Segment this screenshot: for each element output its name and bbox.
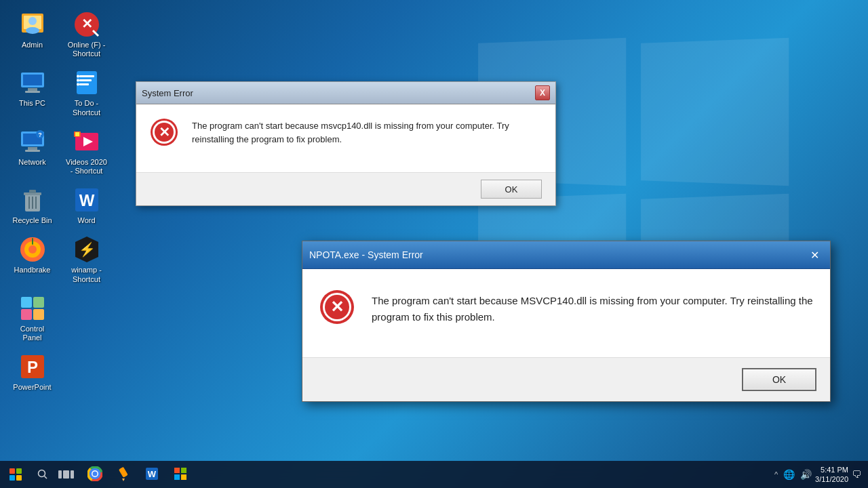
task-view-icon <box>58 470 74 479</box>
svg-text:✕: ✕ <box>81 16 92 31</box>
taskbar-search-button[interactable] <box>31 461 54 488</box>
svg-rect-45 <box>33 309 44 320</box>
start-button[interactable] <box>0 461 31 488</box>
svg-text:⚡: ⚡ <box>78 241 95 258</box>
icon-this-pc-label: This PC <box>19 99 45 108</box>
dialog2-content: ✕ The program can't start because MSVCP1… <box>302 269 830 357</box>
taskbar-tray-icons: ^ 🌐 🔊 <box>774 469 812 480</box>
clock-date: 3/11/2020 <box>815 474 848 484</box>
icon-winamp[interactable]: ⚡ winamp - Shortcut <box>61 232 112 287</box>
svg-rect-44 <box>21 309 32 320</box>
icon-online-f-label: Online (F) - Shortcut <box>64 41 108 58</box>
svg-rect-20 <box>28 147 37 150</box>
notification-button[interactable]: 🗨 <box>852 469 861 480</box>
icon-online-f[interactable]: ✕ Online (F) - Shortcut <box>61 7 112 62</box>
svg-rect-68 <box>174 468 180 473</box>
svg-point-15 <box>77 75 79 78</box>
svg-point-17 <box>77 83 79 86</box>
icon-this-pc[interactable]: This PC <box>7 65 58 120</box>
icon-handbrake-label: Handbrake <box>14 266 51 274</box>
icon-to-do[interactable]: To Do - Shortcut <box>61 65 112 120</box>
icon-word-label: Word <box>77 216 95 225</box>
svg-point-63 <box>93 472 98 476</box>
icon-winamp-label: winamp - Shortcut <box>64 266 108 283</box>
svg-rect-39 <box>32 238 33 245</box>
svg-text:✕: ✕ <box>159 125 170 140</box>
svg-point-38 <box>28 245 37 253</box>
svg-rect-30 <box>29 190 36 193</box>
network-icon: 🌐 <box>783 469 795 480</box>
svg-text:?: ? <box>38 131 42 138</box>
dialog2-footer: OK <box>302 357 830 401</box>
taskbar: W ^ 🌐 🔊 5:41 PM 3/11/ <box>0 461 868 488</box>
svg-point-2 <box>28 17 37 25</box>
speaker-icon[interactable]: 🔊 <box>800 469 812 480</box>
icon-videos-2020[interactable]: Videos 2020 - Shortcut <box>61 124 112 179</box>
icon-control-panel[interactable]: Control Panel <box>7 291 58 346</box>
svg-rect-71 <box>181 474 186 480</box>
tray-arrow[interactable]: ^ <box>774 470 778 479</box>
dialog1-content: ✕ The program can't start because msvcp1… <box>136 104 555 172</box>
system-error-dialog-1: System Error X ✕ The program can't start… <box>136 81 556 206</box>
taskbar-app-word[interactable]: W <box>138 461 165 488</box>
svg-text:P: P <box>26 358 37 376</box>
svg-rect-9 <box>28 88 37 91</box>
desktop-icons: Admin ✕ Online (F) - Shortcut <box>7 7 112 395</box>
dialog1-close-button[interactable]: X <box>535 85 550 100</box>
svg-rect-13 <box>79 79 92 81</box>
icon-handbrake[interactable]: Handbrake <box>7 232 58 287</box>
svg-marker-65 <box>122 479 125 481</box>
dialog2-ok-button[interactable]: OK <box>742 368 816 391</box>
dialog1-titlebar: System Error X <box>136 82 555 104</box>
icon-to-do-label: To Do - Shortcut <box>64 99 108 117</box>
icon-control-panel-label: Control Panel <box>10 325 54 342</box>
clock-time: 5:41 PM <box>815 465 848 474</box>
icon-network[interactable]: ? Network <box>7 124 58 179</box>
error-icon-1: ✕ <box>150 118 178 149</box>
svg-text:✕: ✕ <box>330 298 344 316</box>
taskbar-app-highlighter[interactable] <box>110 461 137 488</box>
svg-point-16 <box>77 79 79 82</box>
icon-recycle-bin[interactable]: Recycle Bin <box>7 182 58 228</box>
svg-rect-69 <box>181 468 186 473</box>
icon-admin-label: Admin <box>22 41 43 49</box>
svg-rect-64 <box>119 467 128 478</box>
svg-rect-42 <box>21 297 32 308</box>
taskbar-app-tiles[interactable] <box>167 461 194 488</box>
svg-rect-12 <box>79 75 94 77</box>
icon-powerpoint-label: PowerPoint <box>13 383 51 392</box>
svg-rect-70 <box>174 474 180 480</box>
icon-network-label: Network <box>18 158 45 167</box>
svg-point-56 <box>38 470 45 477</box>
icon-admin[interactable]: Admin <box>7 7 58 62</box>
svg-text:W: W <box>79 191 94 209</box>
taskbar-clock[interactable]: 5:41 PM 3/11/2020 <box>815 465 848 485</box>
svg-rect-11 <box>77 71 97 94</box>
svg-rect-27 <box>75 132 79 136</box>
dialog2-titlebar: NPOTA.exe - System Error ✕ <box>302 241 830 269</box>
dialog1-ok-button[interactable]: OK <box>481 180 542 199</box>
desktop: Admin ✕ Online (F) - Shortcut <box>0 0 868 488</box>
windows-logo-icon <box>9 468 22 481</box>
svg-line-57 <box>44 476 47 479</box>
icon-recycle-bin-label: Recycle Bin <box>12 216 52 225</box>
svg-rect-8 <box>23 75 42 85</box>
svg-rect-14 <box>79 83 89 85</box>
icon-word[interactable]: W Word <box>61 182 112 228</box>
svg-rect-21 <box>25 150 40 152</box>
dialog2-message: The program can't start because MSVCP140… <box>372 289 813 325</box>
dialog1-title: System Error <box>142 88 193 98</box>
dialog2-title: NPOTA.exe - System Error <box>309 249 423 260</box>
system-error-dialog-2: NPOTA.exe - System Error ✕ ✕ The program… <box>302 241 831 402</box>
taskbar-app-chrome[interactable] <box>81 461 108 488</box>
svg-rect-10 <box>25 91 40 93</box>
dialog2-close-button[interactable]: ✕ <box>806 246 823 264</box>
taskbar-right: ^ 🌐 🔊 5:41 PM 3/11/2020 🗨 <box>774 465 868 485</box>
icon-videos-2020-label: Videos 2020 - Shortcut <box>64 158 108 176</box>
error-icon-2: ✕ <box>319 289 355 327</box>
taskbar-apps: W <box>81 461 194 488</box>
taskbar-task-view-button[interactable] <box>54 461 78 488</box>
svg-rect-43 <box>33 297 44 308</box>
icon-powerpoint[interactable]: P PowerPoint <box>7 349 58 395</box>
dialog1-message: The program can't start because msvcp140… <box>192 118 542 146</box>
